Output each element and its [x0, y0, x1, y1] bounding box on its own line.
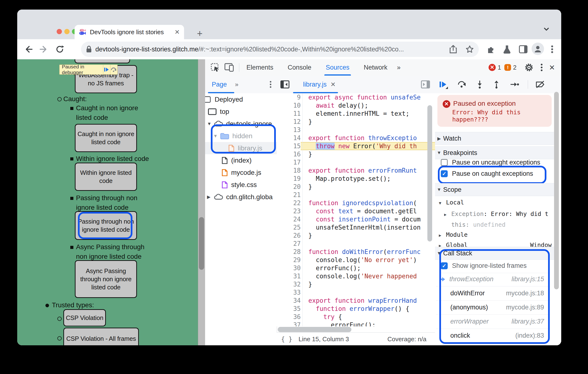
collapse-navigator-icon[interactable] [280, 80, 290, 89]
devtools-menu-dots-icon[interactable] [540, 63, 543, 72]
line-number[interactable]: 37 [277, 321, 301, 326]
navigator-menu-dots-icon[interactable] [270, 81, 272, 88]
back-button[interactable] [23, 44, 33, 54]
line-number[interactable]: 22 [277, 199, 301, 207]
profile-avatar[interactable] [532, 43, 544, 55]
traffic-minimize-button[interactable] [64, 29, 70, 34]
resume-button[interactable] [439, 80, 447, 88]
navigator-tab-page[interactable]: Page [212, 81, 227, 88]
line-number[interactable]: 10 [277, 101, 301, 109]
navigator-more-tabs-chevron[interactable]: » [235, 81, 238, 88]
tree-item-cdn-glitch[interactable]: ▶ cdn.glitch.globa [207, 191, 273, 203]
tree-item-library-js[interactable]: library.js [205, 142, 277, 154]
step-button[interactable] [510, 82, 519, 87]
csp-violation-button[interactable]: CSP Violation [63, 309, 106, 326]
line-number[interactable]: 24 [277, 215, 301, 223]
line-number[interactable]: 29 [277, 256, 301, 264]
tab-network[interactable]: Network [364, 59, 388, 75]
line-number[interactable]: 19 [277, 175, 301, 183]
show-ignore-listed-checkbox[interactable]: ✓ [441, 262, 448, 269]
sidebar-scrollbar-thumb[interactable] [554, 92, 559, 289]
pretty-print-icon[interactable]: { } [281, 335, 292, 343]
line-number[interactable]: 34 [277, 297, 301, 305]
csp-all-frames-button[interactable]: CSP Violation - All frames [63, 328, 139, 345]
async-button[interactable]: Async Passing through non ignore listed … [75, 260, 137, 298]
side-panel-icon[interactable] [519, 45, 528, 53]
line-number[interactable]: 15 [277, 142, 301, 150]
watch-section-header[interactable]: ▶ Watch [435, 132, 556, 145]
more-tabs-chevron[interactable]: » [397, 59, 401, 75]
devtools-settings-gear-icon[interactable] [524, 63, 534, 72]
error-badge-icon[interactable]: ✕ [489, 64, 496, 71]
step-over-button[interactable] [458, 80, 466, 88]
callstack-disclosure-icon[interactable]: ▼ [435, 251, 443, 256]
callstack-frame[interactable]: throwException library.js:15 [436, 272, 550, 287]
line-number[interactable]: 13 [277, 126, 301, 134]
step-out-button[interactable] [493, 80, 500, 89]
pause-uncaught-checkbox[interactable] [441, 159, 448, 166]
scope-disclosure-icon[interactable]: ▼ [435, 187, 443, 192]
line-number[interactable]: 18 [277, 166, 301, 175]
callstack-frame[interactable]: onclick (index):83 [436, 329, 550, 343]
tab-search-chevron-icon[interactable] [542, 26, 551, 32]
editor-tab-close-icon[interactable]: ✕ [331, 81, 336, 88]
clipped-top-button[interactable] [74, 59, 130, 63]
page-scrollbar[interactable] [198, 59, 205, 345]
share-icon[interactable] [449, 45, 457, 54]
reload-button[interactable] [55, 44, 64, 54]
line-number[interactable]: 17 [277, 158, 301, 166]
caught-button[interactable]: Caught in non ignore listed code [75, 124, 137, 152]
line-number[interactable]: 11 [277, 109, 301, 118]
toggle-device-toolbar-icon[interactable] [224, 63, 234, 72]
line-number[interactable]: 27 [277, 240, 301, 248]
tree-item-mycode-js[interactable]: mycode.js [221, 166, 261, 179]
step-into-button[interactable] [477, 80, 483, 89]
open-sidebar-icon[interactable] [421, 80, 430, 89]
traffic-close-button[interactable] [57, 29, 62, 34]
line-number[interactable]: 31 [277, 272, 301, 280]
line-number[interactable]: 20 [277, 183, 301, 191]
tab-close-icon[interactable]: ✕ [175, 28, 180, 36]
line-number[interactable]: 25 [277, 223, 301, 232]
tree-item-style-css[interactable]: style.css [221, 179, 257, 191]
scope-this-row[interactable]: this:undefined [451, 221, 505, 228]
page-scrollbar-thumb[interactable] [199, 217, 204, 270]
line-number[interactable]: 23 [277, 207, 301, 215]
tab-console[interactable]: Console [288, 59, 311, 75]
tree-item-devtools-ignore[interactable]: ▼ devtools-ignore [207, 118, 272, 130]
tab-sources[interactable]: Sources [326, 59, 349, 75]
address-bar[interactable]: devtools-ignore-list-stories.glitch.me/#… [81, 42, 479, 57]
within-button[interactable]: Within ignore listed code [75, 163, 137, 191]
browser-menu-dots-icon[interactable] [551, 44, 554, 54]
watch-disclosure-icon[interactable]: ▶ [435, 136, 443, 141]
scope-module-row[interactable]: ▶Module [439, 231, 468, 238]
line-number[interactable]: 9 [277, 93, 301, 101]
editor-horizontal-scrollbar-thumb[interactable] [278, 327, 351, 332]
pause-uncaught-row[interactable]: Pause on uncaught exceptions [441, 159, 540, 166]
deactivate-breakpoints-icon[interactable] [535, 80, 545, 89]
pause-caught-row[interactable]: ✓ Pause on caught exceptions [441, 170, 533, 177]
flask-icon[interactable] [503, 44, 512, 54]
callstack-section-header[interactable]: ▼ Call Stack [435, 247, 556, 260]
breakpoints-disclosure-icon[interactable]: ▼ [435, 150, 443, 155]
show-ignore-listed-row[interactable]: ✓ Show ignore-listed frames [441, 262, 550, 273]
callstack-frame[interactable]: errorWrapper library.js:37 [436, 314, 550, 329]
callstack-frame[interactable]: (anonymous) mycode.js:89 [436, 300, 550, 315]
tree-item-deployed[interactable]: Deployed [205, 93, 243, 106]
breakpoints-section-header[interactable]: ▼ Breakpoints [435, 146, 556, 159]
tree-item-top[interactable]: top [208, 106, 229, 118]
devtools-close-icon[interactable]: ✕ [549, 63, 555, 72]
editor-vertical-scrollbar-thumb[interactable] [427, 105, 432, 242]
code-editor[interactable]: 9export async function unsafeSe10 await … [277, 93, 435, 326]
forward-button[interactable] [39, 44, 49, 54]
scope-exception-row[interactable]: ▶Exception: Error: Why did t [444, 210, 554, 217]
new-tab-button[interactable]: + [197, 28, 202, 39]
pause-caught-checkbox[interactable]: ✓ [441, 170, 448, 177]
scope-section-header[interactable]: ▼ Scope [435, 183, 556, 196]
step-over-banner-button[interactable] [110, 65, 117, 74]
line-number[interactable]: 36 [277, 313, 301, 321]
line-number[interactable]: 32 [277, 280, 301, 289]
resume-script-button[interactable] [103, 65, 110, 74]
passing-button[interactable]: Passing through non ignore listed code [75, 211, 137, 240]
tab-elements[interactable]: Elements [246, 59, 273, 75]
